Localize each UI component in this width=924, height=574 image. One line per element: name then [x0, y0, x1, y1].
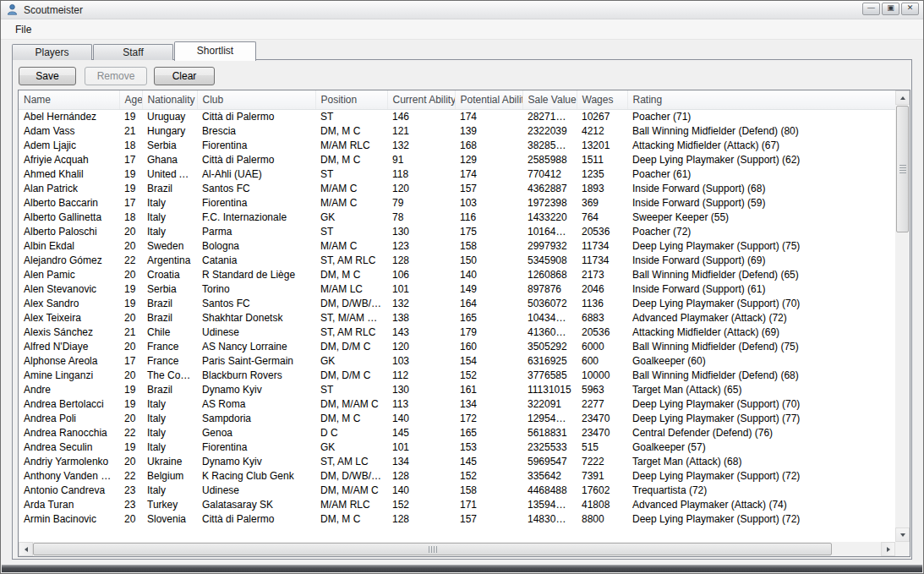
cell-rating: Ball Winning Midfielder (Defend) (68): [627, 368, 895, 382]
table-row[interactable]: Alan Patrick19BrazilSantos FCM/AM C12015…: [19, 181, 895, 195]
cell-current-ability: 123: [387, 238, 455, 253]
cell-sale-value: 5036072: [522, 296, 577, 310]
cell-club: Catania: [197, 253, 315, 267]
cell-rating: Trequartista (72): [627, 483, 895, 497]
table-row[interactable]: Alexis Sánchez21ChileUdineseST, AM RLC14…: [19, 325, 895, 339]
cell-rating: Ball Winning Midfielder (Defend) (65): [627, 267, 895, 282]
tab-shortlist[interactable]: Shortlist: [174, 41, 256, 61]
table-row[interactable]: Afriyie Acquah17GhanaCittà di PalermoDM,…: [19, 152, 895, 167]
clear-button[interactable]: Clear: [154, 67, 215, 85]
cell-age: 19: [119, 109, 142, 123]
table-row[interactable]: Alex Teixeira20BrazilShakhtar DonetskST,…: [19, 310, 895, 325]
column-header-wages[interactable]: Wages: [577, 90, 627, 109]
tab-players[interactable]: Players: [12, 44, 92, 60]
maximize-button[interactable]: ▣: [882, 3, 899, 15]
column-header-potential-ability[interactable]: Potential Ability: [455, 90, 522, 109]
cell-position: DM, D/WB/M RC: [315, 468, 387, 483]
vertical-scrollbar[interactable]: [895, 90, 910, 542]
cell-rating: Ball Winning Midfielder (Defend) (80): [627, 123, 895, 138]
table-row[interactable]: Alberto Gallinetta18ItalyF.C. Internazio…: [19, 210, 895, 224]
cell-wages: 1235: [577, 167, 627, 181]
table-row[interactable]: Alen Stevanovic19SerbiaTorinoM/AM LC1011…: [19, 282, 895, 296]
cell-position: M/AM C: [315, 195, 387, 210]
cell-potential-ability: 134: [455, 396, 522, 411]
column-header-club[interactable]: Club: [197, 90, 315, 109]
minimize-icon: —: [867, 4, 875, 12]
cell-age: 20: [119, 238, 142, 253]
scroll-down-button[interactable]: [895, 528, 910, 542]
table-row[interactable]: Amine Linganzi20The Con...Blackburn Rove…: [19, 368, 895, 382]
cell-sale-value: 1260868: [522, 267, 577, 282]
horizontal-scrollbar-thumb[interactable]: [33, 543, 832, 555]
column-header-sale-value[interactable]: Sale Value: [522, 90, 577, 109]
table-row[interactable]: Abel Hernández19UruguayCittà di PalermoS…: [19, 109, 895, 123]
thumb-grip: [899, 165, 906, 173]
cell-potential-ability: 139: [455, 123, 522, 138]
cell-wages: 2046: [577, 282, 627, 296]
table-row[interactable]: Albin Ekdal20SwedenBolognaM/AM C12315829…: [19, 238, 895, 253]
table-row[interactable]: Andre19BrazilDynamo KyivST13016111131015…: [19, 382, 895, 396]
cell-wages: 20536: [577, 325, 627, 339]
table-row[interactable]: Alberto Baccarin17ItalyFiorentinaM/AM C7…: [19, 195, 895, 210]
cell-potential-ability: 164: [455, 296, 522, 310]
scroll-up-button[interactable]: [895, 90, 910, 105]
cell-position: GK: [315, 353, 387, 368]
table-row[interactable]: Alfred N'Diaye20FranceAS Nancy LorraineD…: [19, 339, 895, 353]
table-row[interactable]: Andrea Seculin19ItalyFiorentinaGK1011532…: [19, 440, 895, 454]
horizontal-scrollbar[interactable]: [19, 542, 895, 556]
minimize-button[interactable]: —: [862, 3, 880, 15]
app-icon: [6, 3, 19, 16]
table-row[interactable]: Arda Turan23TurkeyGalatasaray SKM/AM RLC…: [19, 497, 895, 511]
close-button[interactable]: ✕: [901, 3, 919, 15]
table-row[interactable]: Andrea Poli20ItalySampdoriaDM, M C140172…: [19, 411, 895, 425]
table-row[interactable]: Andrea Bertolacci19ItalyAS RomaDM, M/AM …: [19, 396, 895, 411]
column-header-position[interactable]: Position: [315, 90, 387, 109]
cell-name: Alex Sandro: [19, 296, 119, 310]
menu-item-file[interactable]: File: [8, 21, 39, 38]
cell-sale-value: 3776585: [522, 368, 577, 382]
cell-sale-value: 322091: [522, 396, 577, 411]
cell-name: Andrea Poli: [19, 411, 119, 425]
cell-age: 20: [119, 368, 142, 382]
scroll-right-button[interactable]: [881, 542, 895, 556]
cell-potential-ability: 140: [455, 267, 522, 282]
cell-wages: 1511: [577, 152, 627, 167]
table-row[interactable]: Armin Bacinovic20SloveniaCittà di Palerm…: [19, 511, 895, 526]
cell-nationality: Uruguay: [142, 109, 197, 123]
cell-position: ST: [315, 224, 387, 238]
table-row[interactable]: Adem Ljajic18SerbiaFiorentinaM/AM RLC132…: [19, 138, 895, 152]
tab-staff[interactable]: Staff: [93, 44, 173, 60]
cell-name: Alberto Gallinetta: [19, 210, 119, 224]
menu-bar: File: [1, 19, 923, 40]
table-row[interactable]: Alberto Paloschi20ItalyParmaST1301751016…: [19, 224, 895, 238]
table-row[interactable]: Alphonse Areola17FranceParis Saint-Germa…: [19, 353, 895, 368]
column-header-nationality[interactable]: Nationality: [142, 90, 197, 109]
table-row[interactable]: Alex Sandro19BrazilSantos FCDM, D/WB/M L…: [19, 296, 895, 310]
cell-age: 19: [119, 282, 142, 296]
cell-nationality: Serbia: [142, 282, 197, 296]
cell-rating: Advanced Playmaker (Attack) (72): [627, 310, 895, 325]
cell-sale-value: 3505292: [522, 339, 577, 353]
table-row[interactable]: Alejandro Gómez22ArgentinaCataniaST, AM …: [19, 253, 895, 267]
column-header-current-ability[interactable]: Current Ability: [387, 90, 455, 109]
cell-position: ST: [315, 109, 387, 123]
title-bar[interactable]: Scoutmeister — ▣ ✕: [1, 1, 923, 19]
tab-players-label: Players: [35, 46, 68, 58]
vertical-scrollbar-thumb[interactable]: [896, 106, 909, 232]
column-header-name[interactable]: Name: [19, 90, 119, 109]
table-row[interactable]: Ahmed Khalil19United A...Al-Ahli (UAE)ST…: [19, 167, 895, 181]
table-row[interactable]: Alen Pamic20CroatiaR Standard de LiègeDM…: [19, 267, 895, 282]
cell-rating: Target Man (Attack) (68): [627, 454, 895, 468]
cell-club: Città di Palermo: [197, 152, 315, 167]
table-row[interactable]: Anthony Vanden Borre22BelgiumK Racing Cl…: [19, 468, 895, 483]
column-header-rating[interactable]: Rating: [627, 90, 895, 109]
column-header-age[interactable]: Age: [119, 90, 142, 109]
table-row[interactable]: Adam Vass21HungaryBresciaDM, M C12113923…: [19, 123, 895, 138]
save-button[interactable]: Save: [19, 67, 76, 85]
cell-wages: 369: [577, 195, 627, 210]
table-row[interactable]: Andriy Yarmolenko20UkraineDynamo KyivST,…: [19, 454, 895, 468]
table-row[interactable]: Andrea Ranocchia22ItalyGenoaD C145165561…: [19, 425, 895, 440]
scroll-left-button[interactable]: [19, 542, 33, 556]
table-row[interactable]: Antonio Candreva23ItalyUdineseDM, M/AM C…: [19, 483, 895, 497]
window-bottom-edge: [2, 565, 922, 572]
